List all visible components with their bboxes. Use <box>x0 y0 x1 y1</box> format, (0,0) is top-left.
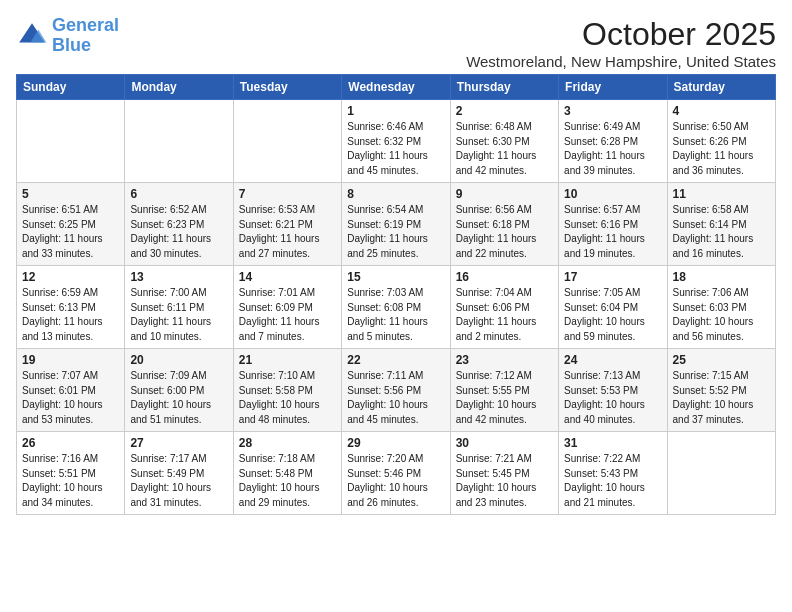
calendar-title: October 2025 <box>466 16 776 53</box>
day-number: 17 <box>564 270 661 284</box>
day-number: 3 <box>564 104 661 118</box>
day-header-saturday: Saturday <box>667 75 775 100</box>
day-info: Sunrise: 6:54 AMSunset: 6:19 PMDaylight:… <box>347 203 444 261</box>
calendar-cell: 12Sunrise: 6:59 AMSunset: 6:13 PMDayligh… <box>17 266 125 349</box>
day-number: 15 <box>347 270 444 284</box>
day-number: 21 <box>239 353 336 367</box>
day-number: 30 <box>456 436 553 450</box>
day-info: Sunrise: 7:18 AMSunset: 5:48 PMDaylight:… <box>239 452 336 510</box>
day-info: Sunrise: 6:51 AMSunset: 6:25 PMDaylight:… <box>22 203 119 261</box>
day-number: 23 <box>456 353 553 367</box>
calendar-cell: 5Sunrise: 6:51 AMSunset: 6:25 PMDaylight… <box>17 183 125 266</box>
day-number: 6 <box>130 187 227 201</box>
calendar-cell: 16Sunrise: 7:04 AMSunset: 6:06 PMDayligh… <box>450 266 558 349</box>
day-info: Sunrise: 6:50 AMSunset: 6:26 PMDaylight:… <box>673 120 770 178</box>
calendar-header-row: SundayMondayTuesdayWednesdayThursdayFrid… <box>17 75 776 100</box>
day-info: Sunrise: 7:16 AMSunset: 5:51 PMDaylight:… <box>22 452 119 510</box>
calendar-cell: 7Sunrise: 6:53 AMSunset: 6:21 PMDaylight… <box>233 183 341 266</box>
day-info: Sunrise: 7:12 AMSunset: 5:55 PMDaylight:… <box>456 369 553 427</box>
day-number: 18 <box>673 270 770 284</box>
calendar-week-3: 12Sunrise: 6:59 AMSunset: 6:13 PMDayligh… <box>17 266 776 349</box>
day-number: 1 <box>347 104 444 118</box>
day-info: Sunrise: 6:48 AMSunset: 6:30 PMDaylight:… <box>456 120 553 178</box>
calendar-week-2: 5Sunrise: 6:51 AMSunset: 6:25 PMDaylight… <box>17 183 776 266</box>
day-header-wednesday: Wednesday <box>342 75 450 100</box>
calendar-cell: 15Sunrise: 7:03 AMSunset: 6:08 PMDayligh… <box>342 266 450 349</box>
calendar-cell: 31Sunrise: 7:22 AMSunset: 5:43 PMDayligh… <box>559 432 667 515</box>
calendar-cell: 28Sunrise: 7:18 AMSunset: 5:48 PMDayligh… <box>233 432 341 515</box>
day-info: Sunrise: 7:15 AMSunset: 5:52 PMDaylight:… <box>673 369 770 427</box>
day-number: 25 <box>673 353 770 367</box>
calendar-week-1: 1Sunrise: 6:46 AMSunset: 6:32 PMDaylight… <box>17 100 776 183</box>
day-number: 26 <box>22 436 119 450</box>
logo: General Blue <box>16 16 119 56</box>
day-info: Sunrise: 6:46 AMSunset: 6:32 PMDaylight:… <box>347 120 444 178</box>
day-number: 24 <box>564 353 661 367</box>
day-info: Sunrise: 7:00 AMSunset: 6:11 PMDaylight:… <box>130 286 227 344</box>
logo-text: General Blue <box>52 16 119 56</box>
calendar-cell: 27Sunrise: 7:17 AMSunset: 5:49 PMDayligh… <box>125 432 233 515</box>
day-number: 8 <box>347 187 444 201</box>
calendar-cell <box>233 100 341 183</box>
calendar-cell: 21Sunrise: 7:10 AMSunset: 5:58 PMDayligh… <box>233 349 341 432</box>
day-info: Sunrise: 7:22 AMSunset: 5:43 PMDaylight:… <box>564 452 661 510</box>
day-number: 29 <box>347 436 444 450</box>
calendar-cell: 13Sunrise: 7:00 AMSunset: 6:11 PMDayligh… <box>125 266 233 349</box>
day-number: 7 <box>239 187 336 201</box>
logo-icon <box>16 20 48 52</box>
calendar-cell: 4Sunrise: 6:50 AMSunset: 6:26 PMDaylight… <box>667 100 775 183</box>
logo-line1: General <box>52 15 119 35</box>
day-info: Sunrise: 7:01 AMSunset: 6:09 PMDaylight:… <box>239 286 336 344</box>
day-number: 12 <box>22 270 119 284</box>
day-number: 5 <box>22 187 119 201</box>
calendar-cell: 19Sunrise: 7:07 AMSunset: 6:01 PMDayligh… <box>17 349 125 432</box>
day-info: Sunrise: 7:20 AMSunset: 5:46 PMDaylight:… <box>347 452 444 510</box>
day-number: 10 <box>564 187 661 201</box>
logo-line2: Blue <box>52 35 91 55</box>
calendar-table: SundayMondayTuesdayWednesdayThursdayFrid… <box>16 74 776 515</box>
day-info: Sunrise: 7:09 AMSunset: 6:00 PMDaylight:… <box>130 369 227 427</box>
day-info: Sunrise: 7:11 AMSunset: 5:56 PMDaylight:… <box>347 369 444 427</box>
calendar-cell: 20Sunrise: 7:09 AMSunset: 6:00 PMDayligh… <box>125 349 233 432</box>
page-header: General Blue October 2025 Westmoreland, … <box>16 16 776 70</box>
calendar-cell <box>125 100 233 183</box>
calendar-cell: 17Sunrise: 7:05 AMSunset: 6:04 PMDayligh… <box>559 266 667 349</box>
day-info: Sunrise: 7:07 AMSunset: 6:01 PMDaylight:… <box>22 369 119 427</box>
day-header-sunday: Sunday <box>17 75 125 100</box>
calendar-cell: 18Sunrise: 7:06 AMSunset: 6:03 PMDayligh… <box>667 266 775 349</box>
day-number: 2 <box>456 104 553 118</box>
day-header-thursday: Thursday <box>450 75 558 100</box>
day-number: 22 <box>347 353 444 367</box>
calendar-cell: 8Sunrise: 6:54 AMSunset: 6:19 PMDaylight… <box>342 183 450 266</box>
day-info: Sunrise: 7:17 AMSunset: 5:49 PMDaylight:… <box>130 452 227 510</box>
calendar-subtitle: Westmoreland, New Hampshire, United Stat… <box>466 53 776 70</box>
day-info: Sunrise: 6:59 AMSunset: 6:13 PMDaylight:… <box>22 286 119 344</box>
calendar-week-5: 26Sunrise: 7:16 AMSunset: 5:51 PMDayligh… <box>17 432 776 515</box>
day-number: 4 <box>673 104 770 118</box>
calendar-cell: 26Sunrise: 7:16 AMSunset: 5:51 PMDayligh… <box>17 432 125 515</box>
day-info: Sunrise: 6:52 AMSunset: 6:23 PMDaylight:… <box>130 203 227 261</box>
calendar-cell: 14Sunrise: 7:01 AMSunset: 6:09 PMDayligh… <box>233 266 341 349</box>
day-info: Sunrise: 7:04 AMSunset: 6:06 PMDaylight:… <box>456 286 553 344</box>
calendar-cell: 23Sunrise: 7:12 AMSunset: 5:55 PMDayligh… <box>450 349 558 432</box>
day-number: 13 <box>130 270 227 284</box>
calendar-cell: 10Sunrise: 6:57 AMSunset: 6:16 PMDayligh… <box>559 183 667 266</box>
day-number: 16 <box>456 270 553 284</box>
calendar-cell: 2Sunrise: 6:48 AMSunset: 6:30 PMDaylight… <box>450 100 558 183</box>
day-number: 9 <box>456 187 553 201</box>
day-header-tuesday: Tuesday <box>233 75 341 100</box>
calendar-cell: 11Sunrise: 6:58 AMSunset: 6:14 PMDayligh… <box>667 183 775 266</box>
day-info: Sunrise: 7:03 AMSunset: 6:08 PMDaylight:… <box>347 286 444 344</box>
calendar-cell <box>667 432 775 515</box>
day-info: Sunrise: 6:49 AMSunset: 6:28 PMDaylight:… <box>564 120 661 178</box>
calendar-cell: 29Sunrise: 7:20 AMSunset: 5:46 PMDayligh… <box>342 432 450 515</box>
day-number: 31 <box>564 436 661 450</box>
calendar-cell: 3Sunrise: 6:49 AMSunset: 6:28 PMDaylight… <box>559 100 667 183</box>
day-number: 20 <box>130 353 227 367</box>
day-header-monday: Monday <box>125 75 233 100</box>
calendar-cell: 25Sunrise: 7:15 AMSunset: 5:52 PMDayligh… <box>667 349 775 432</box>
day-info: Sunrise: 7:10 AMSunset: 5:58 PMDaylight:… <box>239 369 336 427</box>
calendar-cell: 30Sunrise: 7:21 AMSunset: 5:45 PMDayligh… <box>450 432 558 515</box>
day-info: Sunrise: 6:58 AMSunset: 6:14 PMDaylight:… <box>673 203 770 261</box>
day-header-friday: Friday <box>559 75 667 100</box>
